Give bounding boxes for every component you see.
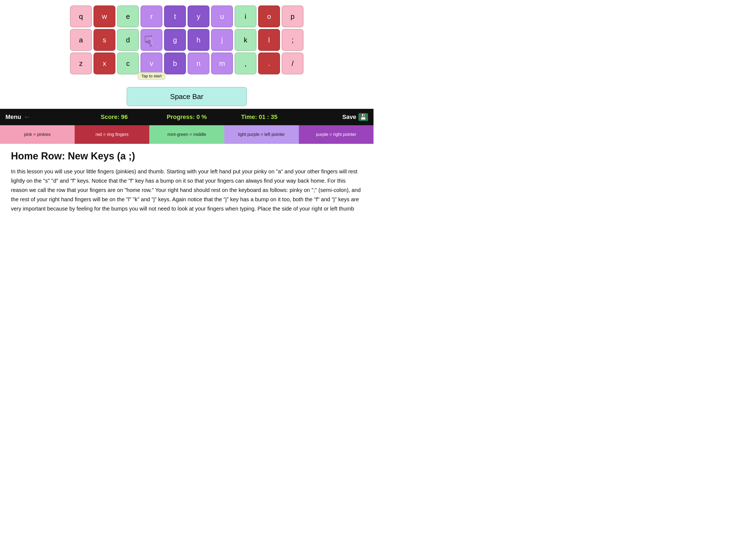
key-n[interactable]: n	[187, 52, 209, 74]
back-arrow-icon[interactable]: ←	[23, 113, 31, 121]
content-area: Home Row: New Keys (a ;) In this lesson …	[0, 144, 374, 220]
legend-bar: pink = pinkies red = ring fingers mint-g…	[0, 125, 374, 144]
score-value: 96	[121, 113, 128, 120]
key-w[interactable]: w	[94, 5, 115, 27]
key-y[interactable]: y	[187, 5, 209, 27]
key-a[interactable]: a	[70, 29, 92, 51]
key-g[interactable]: g	[164, 29, 186, 51]
status-bar: Menu ← Score: 96 Progress: 0 % Time: 01 …	[0, 109, 374, 125]
key-e[interactable]: e	[117, 5, 139, 27]
menu-section: Menu ←	[5, 113, 78, 121]
legend-red: red = ring fingers	[75, 125, 149, 144]
key-semicolon[interactable]: ;	[282, 29, 304, 51]
key-l[interactable]: l	[258, 29, 280, 51]
key-m[interactable]: m	[211, 52, 233, 74]
key-i[interactable]: i	[235, 5, 256, 27]
lesson-title: Home Row: New Keys (a ;)	[11, 150, 363, 162]
key-h[interactable]: h	[187, 29, 209, 51]
legend-light-purple: light purple = left pointer	[224, 125, 299, 144]
legend-green: mint-green = middle	[149, 125, 224, 144]
time-section: Time: 01 : 35	[223, 113, 295, 121]
key-o[interactable]: o	[258, 5, 280, 27]
tap-to-start-tooltip: Tap to start	[138, 72, 165, 80]
legend-purple: purple = right pointer	[299, 125, 374, 144]
key-period[interactable]: .	[258, 52, 280, 74]
progress-section: Progress: 0 %	[150, 113, 223, 121]
key-s[interactable]: s	[94, 29, 115, 51]
key-x[interactable]: x	[94, 52, 115, 74]
key-j[interactable]: j	[211, 29, 233, 51]
key-b[interactable]: b	[164, 52, 186, 74]
keyboard-row-1: q w e r t y u i o p	[70, 5, 304, 27]
keyboard-area: q w e r t y u i o p a s d f g h j k l ; …	[0, 0, 374, 109]
key-c[interactable]: c	[117, 52, 139, 74]
key-v[interactable]: v ☟ Tap to start	[140, 52, 162, 74]
score-label: Score:	[101, 113, 119, 120]
key-q[interactable]: q	[70, 5, 92, 27]
keyboard-row-3: z x c v ☟ Tap to start b n m , . /	[70, 52, 304, 74]
key-d[interactable]: d	[117, 29, 139, 51]
key-slash[interactable]: /	[282, 52, 304, 74]
key-u[interactable]: u	[211, 5, 233, 27]
key-p[interactable]: p	[282, 5, 304, 27]
time-label: Time:	[241, 113, 257, 120]
key-f[interactable]: f	[140, 29, 162, 51]
progress-label: Progress:	[167, 113, 195, 120]
save-label: Save	[342, 113, 356, 121]
score-section: Score: 96	[78, 113, 150, 121]
legend-pink: pink = pinkies	[0, 125, 75, 144]
key-r[interactable]: r	[140, 5, 162, 27]
key-z[interactable]: z	[70, 52, 92, 74]
time-value: 01 : 35	[259, 113, 278, 120]
space-bar-key[interactable]: Space Bar	[127, 87, 247, 106]
menu-label[interactable]: Menu	[5, 113, 21, 121]
key-comma[interactable]: ,	[235, 52, 256, 74]
progress-value: 0 %	[196, 113, 207, 120]
save-section[interactable]: Save 💾	[295, 113, 368, 121]
lesson-body: In this lesson you will use your little …	[11, 167, 363, 213]
save-icon: 💾	[358, 113, 368, 121]
key-k[interactable]: k	[235, 29, 256, 51]
keyboard-row-2: a s d f g h j k l ;	[70, 29, 304, 51]
key-t[interactable]: t	[164, 5, 186, 27]
